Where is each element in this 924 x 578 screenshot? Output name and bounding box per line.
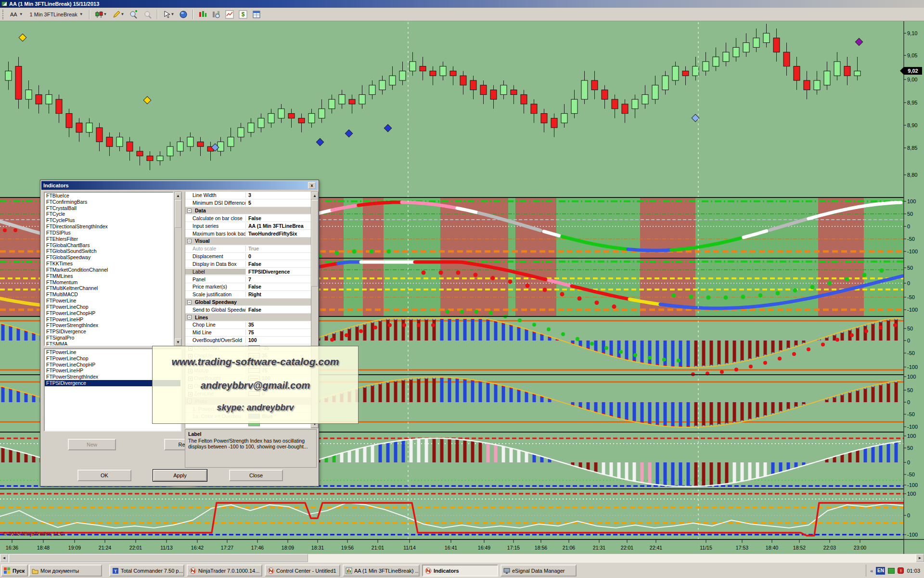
- property-row[interactable]: Panel7: [185, 276, 311, 283]
- list-item[interactable]: FTMMLines: [45, 273, 173, 279]
- property-row[interactable]: Scale justificationRight: [185, 291, 311, 299]
- property-row[interactable]: Input seriesAA (1 Min 3FTLineBrea: [185, 222, 311, 230]
- apply-button[interactable]: Apply: [153, 470, 207, 481]
- scroll-up-icon[interactable]: ▲: [175, 192, 181, 199]
- list-item[interactable]: FTPowerLine: [45, 298, 173, 304]
- list-item[interactable]: FTPowerStrengthIndex: [45, 322, 173, 328]
- svg-text:© 2013 NinjaTrader, LLC: © 2013 NinjaTrader, LLC: [3, 531, 64, 537]
- svg-text:17:53: 17:53: [736, 545, 748, 551]
- taskbar: Пуск Мои документыTTotal Commander 7.50 …: [0, 562, 924, 578]
- taskbar-button-label: Indicators: [434, 568, 459, 574]
- svg-text:11/14: 11/14: [403, 545, 416, 551]
- svg-text:17:27: 17:27: [221, 545, 233, 551]
- list-item[interactable]: FTKKTimes: [45, 261, 173, 267]
- property-category-row[interactable]: −Lines: [185, 314, 311, 321]
- security-tray-icon[interactable]: !: [898, 567, 904, 574]
- svg-text:-100: -100: [907, 249, 918, 254]
- scroll-up-icon[interactable]: ▲: [311, 192, 318, 199]
- svg-text:-100: -100: [907, 307, 918, 313]
- svg-text:22:01: 22:01: [621, 545, 633, 551]
- description-title: Label: [188, 431, 313, 437]
- scrollbar-thumb[interactable]: [175, 200, 181, 228]
- property-category-row[interactable]: −Visual: [185, 237, 311, 245]
- taskbar-button-label: Control Center - Untitled1: [276, 568, 336, 574]
- ok-button[interactable]: OK: [77, 470, 131, 481]
- property-category-row[interactable]: −Data: [185, 207, 311, 215]
- list-item[interactable]: FTMarketConditionChannel: [45, 267, 173, 273]
- svg-text:0: 0: [907, 399, 910, 405]
- list-item[interactable]: FTCrystalBall: [45, 205, 173, 211]
- list-item[interactable]: FTGlobalSpeedway: [45, 254, 173, 261]
- list-item[interactable]: FTConfirmingBars: [45, 199, 173, 205]
- property-row[interactable]: Mid Line75: [185, 329, 311, 337]
- scrollbar-thumb[interactable]: [311, 200, 318, 287]
- list-item[interactable]: FTDSIPlus: [45, 230, 173, 236]
- list-item[interactable]: FTGlobalChartBars: [45, 242, 173, 249]
- watermark-tooltip: www.trading-software-catalog.com andreyb…: [152, 346, 359, 424]
- available-indicators-list[interactable]: FTBlueIceFTConfirmingBarsFTCrystalBallFT…: [44, 192, 174, 346]
- svg-text:22:03: 22:03: [823, 545, 836, 551]
- svg-text:9,00: 9,00: [907, 77, 917, 82]
- close-icon[interactable]: x: [308, 182, 316, 189]
- svg-text:18:31: 18:31: [311, 545, 324, 551]
- taskbar-button[interactable]: Indicators: [422, 565, 498, 577]
- taskbar-button-label: NinjaTrader 7.0.1000.14...: [198, 568, 259, 574]
- scroll-right-icon[interactable]: ►: [916, 554, 924, 562]
- property-row[interactable]: Chop Line35: [185, 321, 311, 329]
- svg-text:18:52: 18:52: [793, 545, 806, 551]
- property-category-row[interactable]: −Global Speedway: [185, 299, 311, 306]
- close-button[interactable]: Close: [229, 470, 283, 481]
- taskbar-button[interactable]: Мои документы: [29, 565, 102, 577]
- taskbar-button-label: Мои документы: [40, 568, 79, 574]
- svg-text:50: 50: [907, 326, 913, 331]
- svg-text:21:01: 21:01: [372, 545, 384, 551]
- dialog-titlebar[interactable]: Indicators x: [41, 181, 318, 190]
- network-tray-icon[interactable]: [888, 568, 895, 574]
- list-item[interactable]: FTEhlersFilter: [45, 236, 173, 242]
- list-item[interactable]: FTCycle: [45, 211, 173, 217]
- list-item[interactable]: FTSignalPro: [45, 335, 173, 341]
- property-row[interactable]: Minimum DSI Difference5: [185, 199, 311, 207]
- start-button[interactable]: Пуск: [1, 565, 28, 577]
- property-row[interactable]: LabelFTPSIDivergence: [185, 268, 311, 276]
- tray-chevron[interactable]: «: [870, 568, 873, 574]
- property-row[interactable]: OverBought/OverSold100: [185, 337, 311, 344]
- property-row[interactable]: Line Width3: [185, 192, 311, 199]
- language-indicator[interactable]: EN: [876, 567, 885, 575]
- property-row[interactable]: Display in Data BoxFalse: [185, 260, 311, 268]
- taskbar-button[interactable]: AA (1 Min 3FTLineBreak) ...: [343, 565, 420, 577]
- svg-text:50: 50: [907, 387, 913, 393]
- taskbar-button[interactable]: eSignal Data Manager: [500, 565, 577, 577]
- list-item[interactable]: FTPowerLineChop: [45, 304, 173, 310]
- taskbar-button[interactable]: TTotal Commander 7.50 p...: [109, 565, 184, 577]
- taskbar-button[interactable]: Control Center - Untitled1: [265, 565, 340, 577]
- horizontal-scrollbar[interactable]: ◄ ►: [0, 554, 924, 562]
- available-list-scrollbar[interactable]: ▲ ▼: [174, 192, 182, 346]
- svg-text:0: 0: [907, 223, 910, 229]
- list-item[interactable]: FTPowerLineChopHP: [45, 310, 173, 316]
- svg-text:0: 0: [907, 512, 910, 518]
- property-row[interactable]: Calculate on bar closeFalse: [185, 214, 311, 222]
- new-button[interactable]: New: [68, 439, 116, 450]
- scroll-down-icon[interactable]: ▼: [175, 339, 181, 346]
- taskbar-button[interactable]: NinjaTrader 7.0.1000.14...: [187, 565, 262, 577]
- watermark-url: www.trading-software-catalog.com: [153, 356, 358, 368]
- svg-text:8,90: 8,90: [907, 122, 917, 128]
- property-row[interactable]: Price marker(s)False: [185, 283, 311, 291]
- list-item[interactable]: FTBlueIce: [45, 193, 173, 199]
- property-row[interactable]: Displacement0: [185, 253, 311, 261]
- svg-text:100: 100: [907, 491, 916, 497]
- property-row[interactable]: Maximum bars look baclTwoHundredFiftySix: [185, 230, 311, 237]
- property-row[interactable]: Send to Global SpeedwFalse: [185, 306, 311, 314]
- list-item[interactable]: FTMultiMACD: [45, 291, 173, 298]
- scrollbar-thumb[interactable]: [9, 554, 308, 562]
- list-item[interactable]: FTMultiKeltnerChannel: [45, 285, 173, 291]
- scroll-left-icon[interactable]: ◄: [0, 554, 8, 562]
- property-row[interactable]: Auto scaleTrue: [185, 245, 311, 253]
- list-item[interactable]: FTMomentum: [45, 279, 173, 286]
- list-item[interactable]: FTCyclePlus: [45, 217, 173, 223]
- list-item[interactable]: FTPowerLineHP: [45, 316, 173, 323]
- list-item[interactable]: FTDirectionalStrengthIndex: [45, 223, 173, 230]
- list-item[interactable]: FTGlobalSoundSwitch: [45, 248, 173, 254]
- list-item[interactable]: FTPSIDivergence: [45, 328, 173, 335]
